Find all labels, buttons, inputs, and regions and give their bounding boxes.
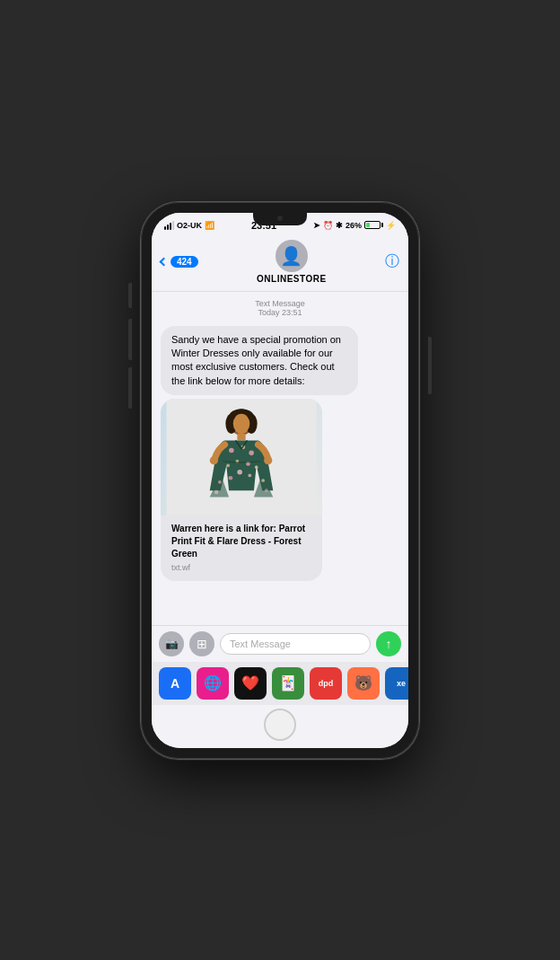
back-button[interactable]: 424 <box>161 256 198 268</box>
message-bubble-text: Sandy we have a special promotion on Win… <box>161 326 358 396</box>
svg-point-21 <box>214 490 219 495</box>
message-bubble-container: Sandy we have a special promotion on Win… <box>161 326 399 581</box>
dock-heart[interactable]: ❤️ <box>234 667 267 700</box>
svg-point-12 <box>226 463 230 467</box>
svg-point-14 <box>255 465 258 469</box>
battery-icon <box>364 221 383 229</box>
xe-icon: xe <box>397 679 406 688</box>
dock-bear[interactable]: 🐻 <box>347 667 380 700</box>
send-icon: ↑ <box>386 637 392 651</box>
power-button <box>428 337 432 394</box>
apps-icon: ⊞ <box>197 637 207 651</box>
back-chevron <box>160 257 169 266</box>
signal-bar-4 <box>172 221 174 230</box>
svg-point-22 <box>265 489 268 492</box>
front-camera <box>277 216 283 221</box>
wifi-icon: 📶 <box>205 221 214 230</box>
svg-point-19 <box>218 480 222 484</box>
message-bubble-image[interactable]: Warren here is a link for: Parrot Print … <box>161 399 322 581</box>
phone-screen: O2-UK 📶 23:51 ➤ ⏰ ✱ 26% ⚡ <box>152 213 408 748</box>
dock-xe[interactable]: xe <box>385 667 408 700</box>
message-text: Sandy we have a special promotion on Win… <box>171 334 341 386</box>
cards-icon: 🃏 <box>279 674 297 691</box>
dpd-icon: dpd <box>319 679 334 688</box>
bear-icon: 🐻 <box>354 674 372 691</box>
battery-percent: 26% <box>346 221 362 230</box>
home-button[interactable] <box>264 709 296 741</box>
signal-bar-1 <box>164 226 166 230</box>
message-input[interactable]: Text Message <box>220 633 371 655</box>
dress-image <box>161 399 322 515</box>
dock-app-store[interactable]: A <box>159 667 191 700</box>
camera-icon: 📷 <box>165 638 179 650</box>
signal-bar-3 <box>170 223 171 230</box>
home-button-area <box>152 705 408 748</box>
contact-info-center[interactable]: 👤 ONLINESTORE <box>257 240 327 284</box>
camera-button[interactable]: 📷 <box>159 631 184 656</box>
apps-button[interactable]: ⊞ <box>189 631 214 656</box>
volume-down-button <box>128 367 132 409</box>
status-left: O2-UK 📶 <box>164 221 214 230</box>
charging-icon: ⚡ <box>386 221 396 230</box>
input-placeholder: Text Message <box>230 639 291 649</box>
contact-name: ONLINESTORE <box>257 274 327 284</box>
volume-up-button <box>128 319 132 360</box>
globe-icon: 🌐 <box>204 674 222 691</box>
svg-point-13 <box>237 470 242 475</box>
svg-point-16 <box>248 474 251 478</box>
send-button[interactable]: ↑ <box>376 631 401 656</box>
carrier-label: O2-UK <box>177 221 202 230</box>
info-button[interactable]: ⓘ <box>385 252 399 271</box>
svg-point-9 <box>249 451 254 456</box>
messages-header: 424 👤 ONLINESTORE ⓘ <box>152 236 408 292</box>
app-dock: A 🌐 ❤️ 🃏 dpd 🐻 xe <box>152 662 408 705</box>
svg-point-17 <box>210 456 218 464</box>
dock-globe[interactable]: 🌐 <box>197 667 229 700</box>
alarm-icon: ⏰ <box>323 221 333 230</box>
input-area: 📷 ⊞ Text Message ↑ <box>152 625 408 662</box>
dock-dpd[interactable]: dpd <box>310 667 342 700</box>
info-icon: ⓘ <box>385 253 399 269</box>
heart-icon: ❤️ <box>241 674 259 691</box>
signal-bars <box>164 221 174 230</box>
mute-button <box>128 283 132 308</box>
link-title: Warren here is a link for: Parrot Print … <box>171 523 311 560</box>
avatar-icon: 👤 <box>280 245 302 267</box>
svg-point-5 <box>233 414 250 434</box>
dress-illustration <box>161 399 322 515</box>
phone-frame: O2-UK 📶 23:51 ➤ ⏰ ✱ 26% ⚡ <box>141 202 419 759</box>
message-timestamp: Text Message Today 23:51 <box>161 299 399 317</box>
svg-point-20 <box>261 479 265 482</box>
status-right: ➤ ⏰ ✱ 26% ⚡ <box>313 221 396 230</box>
dock-cards[interactable]: 🃏 <box>272 667 304 700</box>
back-badge[interactable]: 424 <box>171 256 198 268</box>
bluetooth-icon: ✱ <box>336 221 343 230</box>
svg-rect-6 <box>237 434 245 440</box>
bubble-link-section: Warren here is a link for: Parrot Print … <box>161 515 322 581</box>
location-icon: ➤ <box>313 221 320 230</box>
svg-point-7 <box>229 448 234 454</box>
avatar: 👤 <box>276 240 308 272</box>
signal-bar-2 <box>167 225 169 230</box>
app-store-icon: A <box>171 676 179 691</box>
messages-area[interactable]: Text Message Today 23:51 Sandy we have a… <box>152 292 408 625</box>
svg-point-18 <box>264 456 272 464</box>
link-url: txt.wf <box>171 562 311 574</box>
svg-point-15 <box>229 476 233 480</box>
